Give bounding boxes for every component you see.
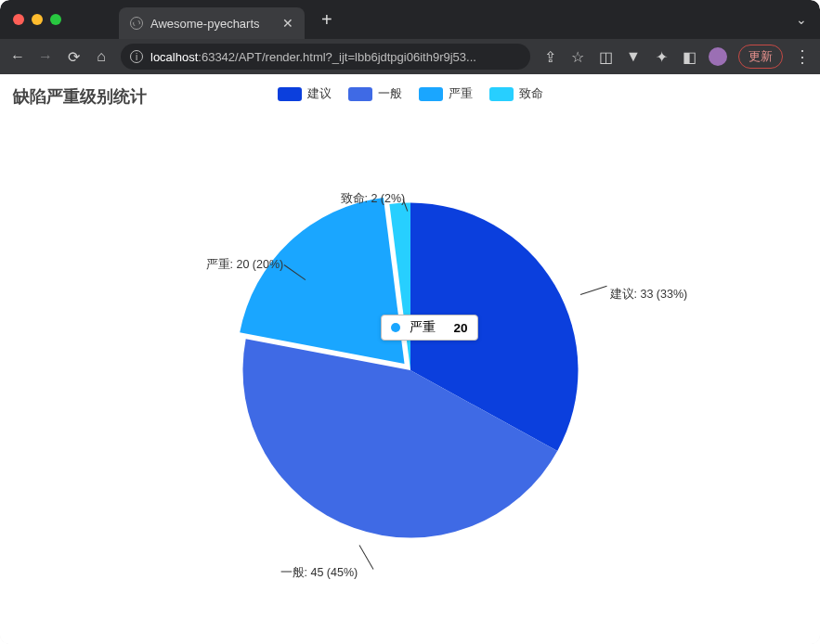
legend-swatch [278,87,302,101]
legend-item-yanzhong[interactable]: 严重 [419,85,473,102]
legend-label: 严重 [449,85,473,102]
tooltip-value: 20 [454,321,468,335]
window-controls [13,14,61,25]
legend-item-jianyi[interactable]: 建议 [278,85,332,102]
legend-label: 建议 [307,85,332,102]
page-content: 缺陷严重级别统计 建议 一般 严重 致命 [0,74,820,644]
browser-window: Awesome-pyecharts ✕ + ⌄ ← → ⟳ ⌂ i localh… [0,0,820,644]
info-icon: i [130,50,143,63]
legend-swatch [348,87,372,101]
update-button[interactable]: 更新 [738,45,783,69]
legend-swatch [489,87,514,101]
back-button[interactable]: ← [9,48,26,65]
globe-icon [130,17,143,30]
maximize-window-icon[interactable] [50,14,61,25]
pie-chart[interactable]: 建议: 33 (33%) 一般: 45 (45%) 严重: 20 (20%) 致… [234,194,587,547]
leader-line [358,546,373,570]
close-window-icon[interactable] [13,14,24,25]
toolbar-actions: ⇪ ☆ ◫ ▼ ✦ ◧ 更新 ⋮ [541,45,811,69]
address-bar[interactable]: i localhost:63342/APT/render.html?_ijt=l… [121,44,530,70]
extension-icon-2[interactable]: ▼ [625,48,642,65]
legend-item-yiban[interactable]: 一般 [348,85,402,102]
slice-label-yanzhong: 严重: 20 (20%) [206,257,284,273]
chevron-down-icon[interactable]: ⌄ [796,12,807,27]
sidepanel-icon[interactable]: ◧ [681,48,697,66]
tooltip-marker [391,323,400,332]
slice-label-jianyi: 建议: 33 (33%) [610,287,688,303]
pie-svg [234,194,587,547]
forward-button[interactable]: → [37,48,54,65]
new-tab-button[interactable]: + [321,9,332,31]
pie-slice[interactable] [240,198,404,364]
tab-title: Awesome-pyecharts [150,17,260,31]
star-icon[interactable]: ☆ [569,48,586,66]
home-button[interactable]: ⌂ [93,48,110,65]
legend-label: 一般 [378,85,402,102]
slice-label-yiban: 一般: 45 (45%) [280,565,358,581]
legend-label: 致命 [519,85,543,102]
extensions-icon[interactable]: ✦ [653,48,670,66]
chart-title: 缺陷严重级别统计 [13,85,147,108]
reload-button[interactable]: ⟳ [65,48,82,66]
legend: 建议 一般 严重 致命 [278,85,543,102]
legend-swatch [419,87,443,101]
browser-tab[interactable]: Awesome-pyecharts ✕ [119,7,305,39]
toolbar: ← → ⟳ ⌂ i localhost:63342/APT/render.htm… [0,39,820,74]
tooltip: 严重 20 [381,315,478,341]
share-icon[interactable]: ⇪ [541,48,558,66]
extension-icon-1[interactable]: ◫ [597,48,614,66]
legend-item-zhiming[interactable]: 致命 [489,85,543,102]
close-tab-icon[interactable]: ✕ [282,16,293,31]
slice-label-zhiming: 致命: 2 (2%) [341,191,406,207]
minimize-window-icon[interactable] [32,14,43,25]
profile-avatar[interactable] [709,47,727,66]
kebab-menu-icon[interactable]: ⋮ [794,46,811,67]
tooltip-name: 严重 [410,319,436,336]
url-text: localhost:63342/APT/render.html?_ijt=lbb… [150,50,476,64]
titlebar: Awesome-pyecharts ✕ + ⌄ [0,0,820,39]
